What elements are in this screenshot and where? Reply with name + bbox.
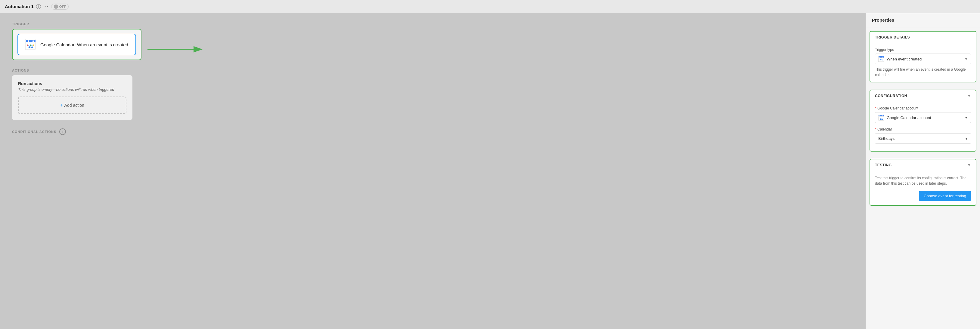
properties-panel: Properties TRIGGER DETAILS Trigger type … (865, 13, 980, 329)
trigger-details-title: TRIGGER DETAILS (875, 35, 910, 40)
add-conditional-button[interactable]: + (59, 128, 66, 135)
actions-label: ACTIONS (12, 68, 854, 72)
calendar-label-text: Calendar (877, 127, 892, 131)
conditional-actions-label: CONDITIONAL ACTIONS (12, 130, 56, 133)
svg-point-8 (30, 44, 31, 46)
toggle-off-button[interactable]: OFF (51, 3, 68, 9)
required-star-calendar: * (875, 127, 877, 131)
trigger-helper-text: This trigger will fire when an event is … (875, 67, 971, 78)
trigger-wrapper: 31 31 Google Calendar: When an event is … (12, 29, 142, 60)
svg-text:31: 31 (880, 59, 883, 62)
panel-header: Properties (866, 13, 980, 27)
choose-event-button[interactable]: Choose event for testing (919, 191, 971, 201)
conditional-section: CONDITIONAL ACTIONS + (12, 128, 854, 135)
trigger-type-select[interactable]: 31 When event created ▼ (875, 54, 971, 64)
add-action-box[interactable]: + Add action (18, 96, 126, 114)
svg-point-9 (33, 44, 34, 46)
trigger-type-label: Trigger type (875, 47, 971, 52)
testing-title: TESTING (875, 163, 892, 167)
svg-rect-1 (26, 40, 35, 42)
calendar-select-wrapper: Birthdays ▼ (875, 133, 971, 144)
run-actions-subtitle: This group is empty—no actions will run … (18, 87, 126, 92)
trigger-details-body: Trigger type 31 When event created ▼ Thi… (870, 43, 976, 82)
trigger-details-header: TRIGGER DETAILS (870, 32, 976, 43)
toggle-label: OFF (59, 5, 66, 8)
trigger-card[interactable]: 31 31 Google Calendar: When an event is … (18, 34, 136, 55)
trigger-type-value: When event created (887, 57, 968, 61)
arrow-to-properties (148, 42, 208, 57)
required-star-account: * (875, 106, 877, 111)
trigger-details-section: TRIGGER DETAILS Trigger type 31 When eve… (870, 31, 977, 82)
svg-rect-19 (878, 115, 884, 116)
trigger-section-label: TRIGGER (12, 22, 854, 26)
svg-text:31: 31 (880, 117, 883, 120)
gcal-account-select[interactable]: 31 Google Calendar account ▼ (875, 112, 971, 123)
svg-rect-13 (878, 56, 884, 58)
run-actions-title: Run actions (18, 81, 126, 86)
panel-title: Properties (872, 17, 894, 22)
svg-point-7 (27, 44, 28, 46)
main-layout: TRIGGER 31 31 Google Calendar: When an e… (0, 13, 980, 329)
gcal-account-value: Google Calendar account (887, 115, 968, 120)
testing-header: TESTING ▼ (870, 160, 976, 171)
toggle-dot (54, 5, 58, 9)
top-header: Automation 1 i ··· OFF (0, 0, 980, 13)
calendar-label: * Calendar (875, 127, 971, 131)
gcal-icon: 31 31 (25, 39, 36, 50)
configuration-header: CONFIGURATION ▼ (870, 90, 976, 102)
configuration-title: CONFIGURATION (875, 94, 907, 98)
run-actions-box: Run actions This group is empty—no actio… (12, 75, 132, 120)
gcal-small-icon: 31 (878, 56, 884, 62)
configuration-body: * Google Calendar account 31 Google Cale… (870, 102, 976, 151)
plus-icon: + (60, 103, 63, 108)
svg-text:31: 31 (28, 44, 33, 49)
testing-section: TESTING ▼ Test this trigger to confirm i… (870, 159, 977, 206)
more-menu-icon[interactable]: ··· (43, 3, 49, 9)
actions-section: ACTIONS Run actions This group is empty—… (12, 68, 854, 120)
testing-desc: Test this trigger to confirm its configu… (875, 175, 971, 186)
info-icon[interactable]: i (36, 4, 41, 9)
configuration-section: CONFIGURATION ▼ * Google Calendar accoun… (870, 90, 977, 152)
gcal-account-label: * Google Calendar account (875, 106, 971, 111)
testing-chevron[interactable]: ▼ (967, 163, 971, 167)
canvas-area: TRIGGER 31 31 Google Calendar: When an e… (0, 13, 865, 329)
testing-body: Test this trigger to confirm its configu… (870, 171, 976, 205)
gcal-account-icon: 31 (878, 115, 884, 120)
configuration-chevron[interactable]: ▼ (967, 94, 971, 98)
gcal-account-label-text: Google Calendar account (877, 106, 918, 111)
automation-title: Automation 1 (5, 4, 34, 9)
calendar-select[interactable]: Birthdays (875, 133, 971, 144)
add-action-label: Add action (64, 103, 84, 108)
trigger-card-text: Google Calendar: When an event is create… (40, 42, 128, 47)
